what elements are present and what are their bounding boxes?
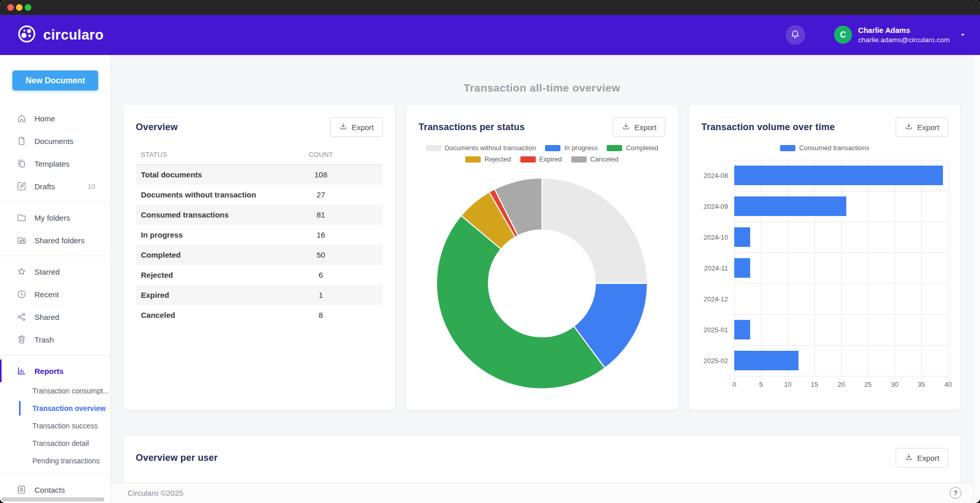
legend-row: RejectedExpiredCanceled (465, 155, 618, 163)
horizontal-gridline (734, 160, 948, 160)
close-window-button[interactable] (7, 4, 14, 11)
sidebar-item-home[interactable]: Home (0, 107, 111, 130)
row-status: Canceled (141, 311, 259, 319)
legend-item[interactable]: Expired (520, 155, 562, 163)
sidebar-item-label: Starred (34, 267, 60, 276)
sidebar-horizontal-scrollbar[interactable] (2, 497, 104, 501)
sidebar-item-recent[interactable]: Recent (0, 283, 111, 306)
bar[interactable] (734, 320, 750, 339)
sidebar-item-label: Shared (34, 313, 59, 321)
vertical-gridline (868, 160, 868, 376)
sidebar-item-reports[interactable]: Reports (0, 360, 111, 382)
avatar: C (834, 26, 852, 44)
vertical-scrollbar[interactable] (973, 55, 980, 503)
subitem-pending-transactions[interactable]: Pending transactions (0, 452, 111, 470)
subitem-transaction-overview[interactable]: Transaction overview (0, 400, 111, 417)
reports-icon (16, 366, 27, 376)
sidebar-item-trash[interactable]: Trash (0, 328, 111, 351)
legend-item[interactable]: Rejected (465, 155, 511, 163)
export-button[interactable]: Export (613, 117, 665, 137)
legend-swatch (520, 156, 536, 163)
tick-label: 0 (732, 381, 736, 388)
brand-logo[interactable]: circularo (16, 24, 104, 46)
share-icon (16, 312, 27, 322)
sidebar-item-label: Trash (34, 335, 54, 344)
status-donut-chart[interactable] (433, 174, 651, 392)
drafts-icon (16, 181, 27, 191)
overview-table-rows: Total documents108Documents without tran… (136, 165, 383, 325)
export-button[interactable]: Export (896, 117, 948, 137)
sidebar-item-drafts[interactable]: Drafts 10 (0, 175, 111, 197)
help-button[interactable]: ? (950, 487, 961, 499)
bar[interactable] (734, 258, 750, 278)
category-label: 2025-01 (703, 326, 728, 334)
star-icon (16, 266, 27, 277)
donut-segment[interactable] (542, 178, 647, 283)
shared-folder-icon (16, 235, 27, 245)
tick-label: 5 (759, 381, 763, 388)
folder-icon (16, 212, 27, 223)
card-title: Transaction volume over time (701, 122, 835, 133)
app-window: circularo C Charlie Adams charlie.adams@… (0, 0, 980, 503)
minimize-window-button[interactable] (16, 4, 23, 11)
new-document-button[interactable]: New Document (12, 70, 98, 91)
user-menu[interactable]: C Charlie Adams charlie.adams@circularo.… (834, 26, 967, 44)
legend-item[interactable]: Completed (607, 144, 658, 152)
notifications-button[interactable] (786, 25, 805, 45)
subitem-label: Transaction overview (32, 404, 105, 412)
legend-label: In progress (564, 144, 597, 152)
bar[interactable] (734, 166, 943, 185)
status-chart-legend: Documents without transactionIn progress… (419, 144, 665, 163)
bar[interactable] (734, 196, 846, 216)
category-label: 2025-02 (703, 357, 728, 365)
sidebar-item-documents[interactable]: Documents (0, 130, 111, 152)
tick-label: 30 (891, 381, 898, 388)
card-title: Transactions per status (419, 122, 525, 133)
sidebar-item-shared[interactable]: Shared (0, 306, 111, 328)
vertical-gridline (948, 160, 949, 376)
bar[interactable] (734, 227, 750, 247)
table-row: Consumed transactions81 (136, 205, 383, 225)
sidebar-item-my-folders[interactable]: My folders (0, 206, 111, 229)
zoom-window-button[interactable] (25, 4, 31, 11)
divider (0, 202, 111, 202)
card-title: Overview per user (136, 453, 218, 463)
row-count: 6 (259, 271, 383, 279)
export-button[interactable]: Export (330, 117, 383, 137)
circularo-logo-icon (16, 24, 37, 46)
divider (0, 256, 111, 256)
donut-chart-area (419, 174, 665, 392)
bar[interactable] (734, 351, 798, 370)
clock-icon (16, 289, 27, 299)
legend-item[interactable]: Consumed transactions (780, 144, 869, 152)
legend-swatch (545, 145, 560, 151)
category-label: 2024-10 (703, 233, 728, 241)
legend-swatch (780, 145, 795, 151)
sidebar-item-templates[interactable]: Templates (0, 152, 111, 175)
legend-swatch (426, 145, 441, 151)
legend-item[interactable]: In progress (545, 144, 597, 152)
window-titlebar (0, 0, 980, 15)
subitem-transaction-consumption[interactable]: Transaction consumpt... (0, 382, 111, 400)
legend-item[interactable]: Canceled (571, 155, 619, 163)
trash-icon (16, 334, 27, 345)
export-label: Export (352, 123, 374, 132)
category-label: 2024-11 (704, 264, 728, 272)
horizontal-gridline (734, 314, 948, 315)
active-indicator (19, 401, 21, 416)
subitem-transaction-success[interactable]: Transaction success (0, 417, 111, 435)
volume-bar-chart[interactable]: 2024-082024-092024-102024-112024-122025-… (701, 160, 948, 376)
table-row: Expired1 (136, 285, 383, 305)
row-count: 50 (259, 250, 383, 259)
subitem-transaction-detail[interactable]: Transaction detail (0, 435, 111, 452)
user-email: charlie.adams@circularo.com (858, 35, 950, 45)
legend-item[interactable]: Documents without transaction (426, 144, 536, 152)
subitem-label: Transaction success (32, 422, 98, 430)
legend-swatch (465, 156, 481, 163)
export-button[interactable]: Export (896, 448, 948, 468)
legend-row: Consumed transactions (780, 144, 869, 152)
sidebar-item-starred[interactable]: Starred (0, 260, 111, 283)
column-header-count: COUNT (259, 151, 383, 158)
tick-label: 40 (945, 381, 952, 388)
sidebar-item-shared-folders[interactable]: Shared folders (0, 229, 111, 252)
